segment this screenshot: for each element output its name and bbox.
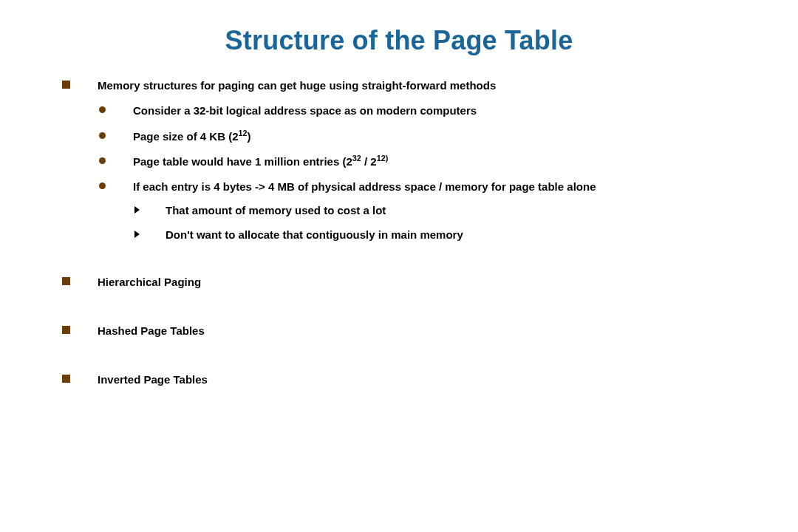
bullet-level3: That amount of memory used to cost a lot bbox=[134, 203, 768, 218]
bullet-text: Don't want to allocate that contiguously… bbox=[166, 228, 463, 241]
bullet-level1: Memory structures for paging can get hug… bbox=[62, 78, 768, 242]
bullet-level1: Hierarchical Paging bbox=[62, 275, 768, 290]
slide: Structure of the Page Table Memory struc… bbox=[0, 0, 798, 532]
page-title: Structure of the Page Table bbox=[0, 0, 798, 78]
bullet-level1: Inverted Page Tables bbox=[62, 372, 768, 387]
bullet-text: Consider a 32-bit logical address space … bbox=[133, 104, 477, 117]
bullet-level2: Page table would have 1 million entries … bbox=[99, 154, 768, 169]
slide-content: Memory structures for paging can get hug… bbox=[0, 78, 798, 388]
bullet-level2: Consider a 32-bit logical address space … bbox=[99, 103, 768, 118]
bullet-text: ) bbox=[248, 130, 251, 143]
bullet-text: Hashed Page Tables bbox=[98, 324, 205, 337]
bullet-text: Page size of 4 KB (2 bbox=[133, 130, 239, 143]
bullet-level1: Hashed Page Tables bbox=[62, 324, 768, 338]
bullet-text: / 2 bbox=[361, 155, 377, 168]
superscript: 12 bbox=[239, 129, 248, 137]
bullet-text: That amount of memory used to cost a lot bbox=[166, 204, 386, 216]
superscript: 12) bbox=[377, 154, 389, 163]
bullet-level2: Page size of 4 KB (212) bbox=[99, 129, 768, 144]
bullet-text: Inverted Page Tables bbox=[98, 373, 208, 386]
superscript: 32 bbox=[352, 154, 361, 163]
bullet-text: If each entry is 4 bytes -> 4 MB of phys… bbox=[133, 180, 596, 193]
bullet-text: Page table would have 1 million entries … bbox=[133, 155, 352, 168]
bullet-level3: Don't want to allocate that contiguously… bbox=[134, 228, 768, 242]
bullet-level2: If each entry is 4 bytes -> 4 MB of phys… bbox=[99, 180, 768, 242]
bullet-text: Hierarchical Paging bbox=[98, 276, 201, 288]
spacer bbox=[62, 253, 768, 275]
bullet-text: Memory structures for paging can get hug… bbox=[98, 79, 496, 92]
